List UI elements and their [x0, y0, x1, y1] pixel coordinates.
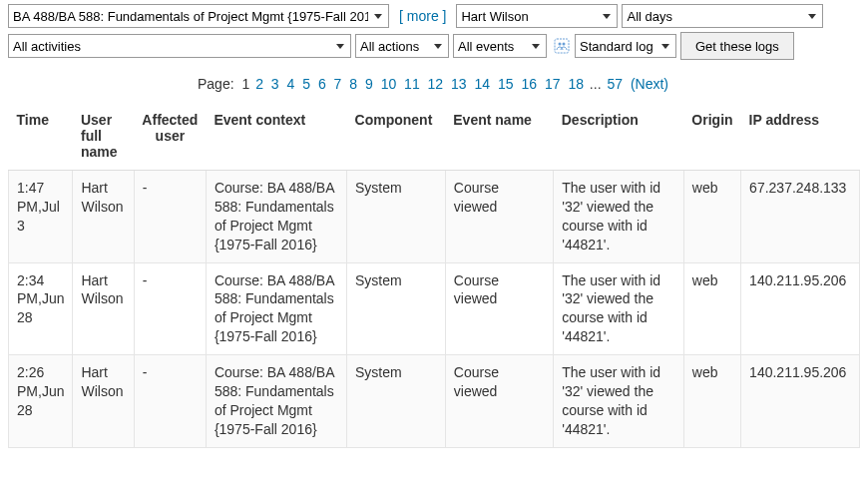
cell-description: The user with id '32' viewed the course … [554, 171, 684, 263]
filter-row-2: All activities All actions All events St… [8, 32, 860, 60]
table-header-row: Time User full name Affected user Event … [9, 102, 860, 171]
svg-point-1 [559, 43, 562, 46]
th-origin: Origin [683, 102, 740, 171]
cell-description: The user with id '32' viewed the course … [554, 262, 684, 355]
cell-ip: 140.211.95.206 [741, 355, 860, 448]
cell-origin: web [683, 171, 740, 263]
pagination-ellipsis: ... [590, 76, 602, 92]
filter-row-1: BA 488/BA 588: Fundamentals of Project M… [8, 4, 860, 28]
cell-component: System [347, 171, 446, 263]
svg-rect-0 [555, 39, 569, 53]
cell-origin: web [683, 262, 740, 355]
pagination-page[interactable]: 2 [255, 76, 263, 92]
get-logs-button[interactable]: Get these logs [680, 32, 794, 60]
pagination-last[interactable]: 57 [607, 76, 623, 92]
th-context: Event context [206, 102, 346, 171]
pagination-page[interactable]: 15 [498, 76, 514, 92]
cell-origin: web [683, 355, 740, 448]
logs-table: Time User full name Affected user Event … [8, 102, 860, 448]
events-select[interactable]: All events [454, 35, 546, 57]
cell-time: 2:26 PM,Jun 28 [9, 355, 73, 448]
cell-time: 1:47 PM,Jul 3 [9, 171, 73, 263]
more-link[interactable]: [ more ] [399, 8, 446, 24]
pagination-page[interactable]: 13 [451, 76, 467, 92]
pagination-label: Page: [198, 76, 234, 92]
th-affected: Affected user [134, 102, 206, 171]
pagination-page[interactable]: 18 [568, 76, 584, 92]
table-row: 1:47 PM,Jul 3Hart Wilson-Course: BA 488/… [9, 171, 860, 263]
pagination-page[interactable]: 7 [334, 76, 342, 92]
svg-point-2 [563, 43, 566, 46]
th-component: Component [347, 102, 446, 171]
pagination-page[interactable]: 5 [302, 76, 310, 92]
pagination-page[interactable]: 6 [318, 76, 326, 92]
actions-select-wrap: All actions [355, 34, 449, 58]
pagination-page[interactable]: 10 [381, 76, 397, 92]
user-select[interactable]: Hart Wilson [457, 5, 617, 27]
pagination-next[interactable]: (Next) [631, 76, 668, 92]
days-select[interactable]: All days [623, 5, 822, 27]
pagination: Page: 1 2 3 4 5 6 7 8 9 10 11 12 13 14 1… [8, 76, 860, 92]
pagination-page[interactable]: 8 [349, 76, 357, 92]
logtype-select[interactable]: Standard log [576, 35, 675, 57]
th-user: User full name [73, 102, 134, 171]
th-ip: IP address [741, 102, 860, 171]
pagination-page[interactable]: 12 [428, 76, 444, 92]
cell-context: Course: BA 488/BA 588: Fundamentals of P… [206, 355, 346, 448]
pagination-page[interactable]: 4 [287, 76, 295, 92]
cell-event_name: Course viewed [445, 262, 553, 355]
logtype-select-wrap: Standard log [575, 34, 676, 58]
cell-ip: 67.237.248.133 [741, 171, 860, 263]
table-row: 2:26 PM,Jun 28Hart Wilson-Course: BA 488… [9, 355, 860, 448]
cell-user: Hart Wilson [73, 355, 134, 448]
cell-component: System [347, 262, 446, 355]
pagination-page[interactable]: 9 [365, 76, 373, 92]
cell-time: 2:34 PM,Jun 28 [9, 262, 73, 355]
activities-select[interactable]: All activities [9, 35, 350, 57]
cell-affected: - [134, 262, 206, 355]
days-select-wrap: All days [622, 4, 823, 28]
events-select-wrap: All events [453, 34, 547, 58]
cell-affected: - [134, 355, 206, 448]
actions-select[interactable]: All actions [356, 35, 448, 57]
cell-context: Course: BA 488/BA 588: Fundamentals of P… [206, 262, 346, 355]
cell-event_name: Course viewed [445, 355, 553, 448]
pagination-page[interactable]: 3 [271, 76, 279, 92]
course-select[interactable]: BA 488/BA 588: Fundamentals of Project M… [9, 5, 388, 27]
cell-component: System [347, 355, 446, 448]
cell-ip: 140.211.95.206 [741, 262, 860, 355]
pagination-page[interactable]: 17 [545, 76, 561, 92]
activities-select-wrap: All activities [8, 34, 351, 58]
pagination-page[interactable]: 16 [521, 76, 537, 92]
th-event-name: Event name [445, 102, 553, 171]
table-row: 2:34 PM,Jun 28Hart Wilson-Course: BA 488… [9, 262, 860, 355]
cell-description: The user with id '32' viewed the course … [554, 355, 684, 448]
cell-context: Course: BA 488/BA 588: Fundamentals of P… [206, 171, 346, 263]
th-description: Description [554, 102, 684, 171]
pagination-page[interactable]: 11 [404, 76, 420, 92]
cell-event_name: Course viewed [445, 171, 553, 263]
user-select-wrap: Hart Wilson [456, 4, 618, 28]
cell-user: Hart Wilson [73, 262, 134, 355]
pagination-current: 1 [241, 76, 249, 92]
cell-user: Hart Wilson [73, 171, 134, 263]
groups-icon[interactable] [553, 37, 571, 55]
course-select-wrap: BA 488/BA 588: Fundamentals of Project M… [8, 4, 389, 28]
pagination-pages: 1 2 3 4 5 6 7 8 9 10 11 12 13 14 15 16 1… [241, 76, 589, 92]
th-time: Time [9, 102, 73, 171]
pagination-page[interactable]: 14 [475, 76, 491, 92]
cell-affected: - [134, 171, 206, 263]
